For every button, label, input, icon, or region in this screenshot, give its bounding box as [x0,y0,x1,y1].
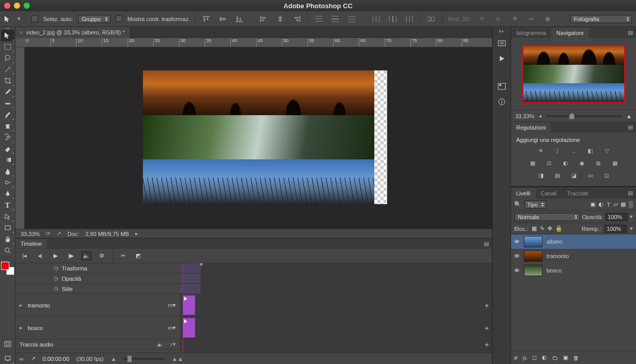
layer-row[interactable]: 👁 bosco [511,263,636,278]
lock-transparency-icon[interactable]: ▦ [532,225,537,232]
align-top-icon[interactable] [201,14,212,24]
vibrance-adjustment-icon[interactable]: ▽ [601,146,612,155]
threshold-adjustment-icon[interactable]: ◪ [568,171,579,180]
align-vcenter-icon[interactable] [217,14,228,24]
layer-thumbnail[interactable] [524,236,542,247]
brush-tool[interactable] [1,109,14,120]
dodge-tool[interactable] [1,177,14,188]
tab-paths[interactable]: Tracciati [562,188,593,198]
timeline-zoom-slider[interactable] [123,358,165,360]
timeline-menu-icon[interactable]: ▤ [481,241,492,247]
tab-layers[interactable]: Livelli [511,188,536,198]
healing-brush-tool[interactable] [1,98,14,109]
quick-mask-toggle[interactable] [1,338,14,350]
audio-speaker-icon[interactable]: 🔈 [157,341,164,348]
layer-options-icon[interactable]: ▭▾ [168,302,176,308]
timecode-display[interactable]: 0:00:00:00 [43,356,69,362]
close-window-button[interactable] [4,3,10,9]
timeline-audio-row[interactable]: Traccia audio🔈♪▾ [15,339,180,350]
filter-image-icon[interactable]: ▣ [590,201,595,208]
status-flyout-icon[interactable]: ▸ [135,230,138,237]
zoom-in-timeline-icon[interactable]: ▲▲ [172,356,183,362]
hue-adjustment-icon[interactable]: ▦ [527,158,538,168]
visibility-toggle-icon[interactable]: 👁 [514,239,520,245]
step-forward-button[interactable]: |▶ [66,251,76,261]
fill-input[interactable]: 100% [604,225,627,233]
add-media-button[interactable]: + [485,324,489,332]
align-bottom-icon[interactable] [233,14,245,24]
horizontal-ruler[interactable]: 0510152025303540455055606570758085 [25,38,492,47]
expand-icon[interactable]: ▸ [20,302,25,308]
pen-tool[interactable] [1,188,14,199]
play-panel-icon[interactable] [496,53,508,64]
eyedropper-tool[interactable] [1,86,14,98]
filter-type-icon[interactable]: T [607,202,610,208]
navigator-panel[interactable] [511,38,636,110]
vertical-ruler[interactable] [15,47,25,229]
blur-tool[interactable] [1,166,14,177]
delete-layer-icon[interactable]: 🗑 [573,355,579,361]
zoom-level[interactable]: 33,33% [21,231,40,237]
filter-adjustment-icon[interactable]: ◐ [598,201,604,208]
layer-thumbnail[interactable] [524,265,542,276]
dock-collapse-icon[interactable] [494,30,510,33]
canvas-viewport[interactable] [25,47,492,229]
distribute-hcenter-icon[interactable] [387,14,398,24]
stopwatch-icon[interactable]: ◷ [53,275,59,282]
filter-search-icon[interactable]: 🔍 [514,201,521,208]
timeline-layer-row[interactable]: ▸tramonto▭▾ [15,294,180,317]
lock-position-icon[interactable]: ✥ [548,225,552,232]
bw-adjustment-icon[interactable]: ◐ [560,158,571,168]
color-balance-adjustment-icon[interactable]: ⚖ [543,158,555,168]
auto-align-icon[interactable] [426,14,437,24]
layer-options-icon[interactable]: ▭▾ [168,324,176,331]
rotate-view-icon[interactable]: ⟳ [46,230,50,237]
eraser-tool[interactable] [1,143,14,154]
link-layers-icon[interactable]: ⌀ [514,354,518,361]
panel-menu-icon[interactable]: ▤ [625,188,636,198]
expand-icon[interactable]: ▸ [20,324,25,331]
lasso-tool[interactable] [1,52,14,64]
zoom-tool[interactable] [1,245,14,256]
tab-histogram[interactable]: Istogramma [511,28,551,38]
zoom-out-icon[interactable]: ▲ [538,114,542,118]
timeline-options-icon[interactable]: ∞ [20,356,24,362]
path-selection-tool[interactable] [1,211,14,222]
distribute-top-icon[interactable] [313,14,324,24]
move-tool-icon[interactable] [4,15,12,23]
move-tool-dropdown-icon[interactable]: ▾ [17,15,21,22]
filter-toggle[interactable] [629,201,633,208]
distribute-vcenter-icon[interactable] [330,14,341,24]
levels-adjustment-icon[interactable]: ⟟ [552,146,563,155]
properties-panel-icon[interactable] [496,81,508,92]
workspace-select[interactable]: Fotografia [570,15,632,23]
step-back-button[interactable]: ◂| [35,251,45,261]
history-brush-tool[interactable] [1,132,14,143]
move-tool[interactable] [1,30,14,41]
layer-style-icon[interactable]: fx [523,355,527,361]
timeline-layer-row[interactable]: ▸bosco▭▾ [15,317,180,339]
zoom-out-timeline-icon[interactable]: ▲ [111,356,116,362]
autoselect-checkbox[interactable] [31,15,38,22]
tab-adjustments[interactable]: Regolazioni [511,122,551,133]
transition-button[interactable]: ◩ [133,251,143,261]
zoom-window-button[interactable] [24,3,30,9]
lock-all-icon[interactable]: 🔒 [555,225,562,232]
autoselect-kind-select[interactable]: Gruppo [78,15,111,23]
document-tab[interactable]: × video_2.jpg @ 33,3% (albero, RGB/8) * [15,27,131,38]
add-media-button[interactable]: + [485,301,489,310]
blend-mode-select[interactable]: Normale [514,213,580,221]
filter-smart-icon[interactable]: ▦ [621,201,626,208]
type-tool[interactable]: T [1,199,14,211]
gradient-tool[interactable] [1,154,14,166]
channel-mixer-adjustment-icon[interactable]: ⊞ [593,158,604,168]
ruler-origin[interactable] [15,38,25,47]
minimize-window-button[interactable] [14,3,20,9]
render-icon[interactable]: ↗ [31,355,35,362]
tab-channels[interactable]: Canali [536,188,562,198]
posterize-adjustment-icon[interactable]: ▤ [552,171,563,180]
filter-shape-icon[interactable]: ▱ [613,201,617,208]
go-to-first-frame-button[interactable]: |◂ [20,251,30,261]
exposure-adjustment-icon[interactable]: ◧ [585,146,596,155]
magic-wand-tool[interactable] [1,64,14,75]
